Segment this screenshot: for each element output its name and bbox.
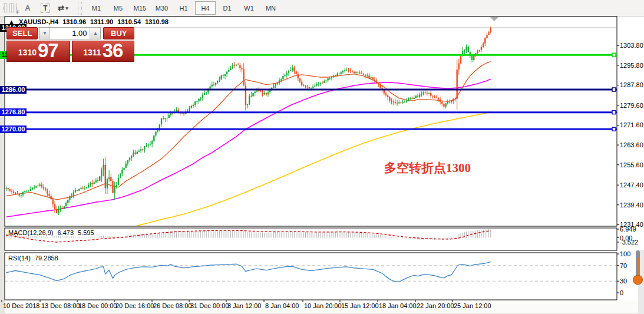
candle-body — [198, 99, 199, 101]
candle-body — [355, 72, 356, 73]
candle-body — [107, 179, 108, 189]
candle-body — [78, 189, 80, 191]
candle-body — [19, 194, 20, 196]
candle-body — [71, 196, 72, 196]
candle-body — [303, 85, 304, 86]
candle-body — [80, 188, 81, 189]
candle-body — [413, 98, 414, 99]
candle-body — [256, 90, 257, 91]
thermometer-icon — [630, 249, 643, 288]
candle-body — [275, 84, 276, 86]
collapse-triangle-icon[interactable]: ▲ — [8, 18, 15, 25]
candle-body — [295, 71, 296, 74]
candle-body — [359, 72, 360, 73]
hline-anchor[interactable] — [9, 88, 13, 91]
candle-body — [223, 75, 224, 76]
candle-body — [54, 204, 55, 209]
chart-title: ▲ XAUUSD-,H4 1310.96 1311.90 1310.54 131… — [8, 18, 171, 25]
candle-body — [397, 103, 398, 104]
candle-body — [34, 187, 35, 188]
candle-body — [118, 178, 119, 185]
candle-body — [41, 184, 42, 187]
candle-body — [22, 192, 24, 195]
candle-body — [151, 141, 153, 144]
candle-body — [228, 70, 229, 72]
sell-price-panel[interactable]: 1310 97 — [6, 41, 70, 62]
candle-body — [30, 189, 31, 191]
candle-body — [354, 72, 355, 73]
candle-body — [421, 94, 422, 95]
candle-body — [260, 90, 261, 91]
candle-body — [129, 158, 130, 160]
sell-button[interactable]: SELL — [6, 27, 38, 39]
candle-body — [389, 97, 390, 101]
candle-body — [346, 70, 347, 71]
hline-anchor[interactable] — [612, 88, 616, 91]
candle-body — [385, 93, 387, 95]
candle-body — [316, 84, 317, 85]
volume-decrease-button[interactable]: ▼ — [39, 28, 50, 39]
candle-body — [327, 78, 328, 81]
candle-body — [481, 47, 482, 50]
hline-anchor[interactable] — [612, 127, 616, 131]
candle-body — [28, 191, 29, 191]
buy-button[interactable]: BUY — [103, 27, 134, 39]
candle-body — [301, 82, 302, 85]
candle-body — [232, 65, 233, 68]
hline-edge-mark — [0, 54, 4, 56]
candle-body — [133, 153, 134, 156]
ohlc-close: 1310.98 — [145, 18, 169, 25]
candle-body — [471, 55, 473, 60]
candle-body — [95, 180, 97, 182]
candle-body — [202, 95, 203, 98]
candle-body — [341, 72, 342, 74]
candle-body — [262, 91, 263, 94]
candle-body — [282, 76, 283, 79]
buy-price-panel[interactable]: 1311 36 — [72, 41, 135, 62]
candle-body — [194, 101, 196, 105]
candle-body — [90, 183, 91, 185]
volume-increase-button[interactable]: ▲ — [90, 28, 100, 39]
candle-body — [305, 85, 306, 86]
candle-body — [15, 193, 16, 194]
candle-body — [131, 156, 132, 158]
candle-body — [215, 83, 216, 85]
hline-anchor[interactable] — [612, 111, 616, 114]
candle-body — [138, 151, 140, 152]
candle-body — [35, 186, 37, 187]
candle-body — [376, 81, 377, 82]
candle-body — [193, 105, 194, 106]
candle-body — [486, 35, 487, 38]
candle-body — [400, 103, 401, 103]
candle-body — [273, 86, 274, 88]
ohlc-open: 1310.96 — [62, 18, 86, 25]
candle-body — [447, 102, 448, 104]
candle-body — [24, 191, 25, 193]
candle-body — [311, 88, 312, 88]
candle-body — [269, 90, 270, 92]
volume-input[interactable]: 1.00 — [50, 28, 90, 39]
candle-body — [7, 188, 8, 189]
candle-body — [378, 82, 379, 84]
candle-body — [86, 187, 87, 188]
ohlc-high: 1311.90 — [90, 18, 113, 25]
candle-body — [393, 102, 394, 103]
candle-body — [110, 177, 111, 181]
candle-body — [239, 65, 240, 68]
candle-body — [120, 174, 121, 178]
candle-body — [434, 96, 435, 98]
rsi-panel[interactable] — [5, 253, 617, 300]
candle-body — [473, 55, 474, 60]
hline-anchor[interactable] — [612, 53, 616, 57]
one-click-trading-panel: SELL ▼ 1.00 ▲ BUY 1310 97 1311 36 — [6, 27, 134, 62]
candle-body — [428, 93, 430, 94]
candle-body — [372, 77, 374, 80]
candle-body — [477, 51, 478, 54]
candle-body — [342, 71, 344, 72]
candle-body — [64, 206, 65, 209]
chart-annotation-text: 多空转折点1300 — [384, 160, 471, 176]
candle-body — [91, 183, 93, 184]
candle-body — [404, 102, 405, 103]
candle-body — [196, 101, 197, 102]
sell-price-pips: 97 — [38, 41, 58, 60]
